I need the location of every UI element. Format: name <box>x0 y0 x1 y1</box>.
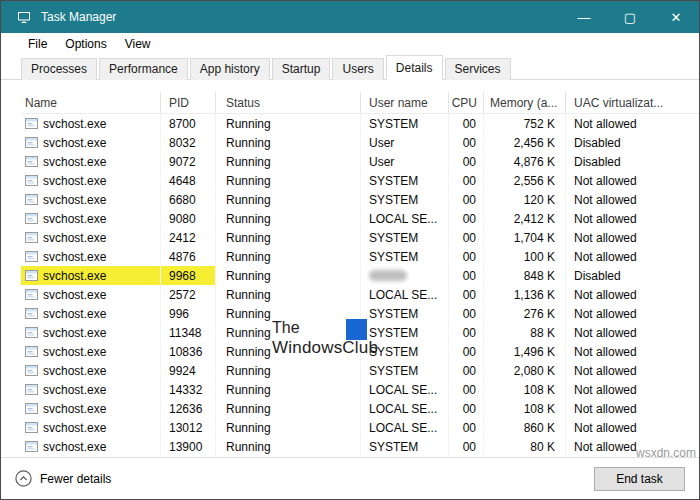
table-row[interactable]: svchost.exe9924RunningSYSTEM002,080 KNot… <box>21 361 699 380</box>
uac-cell: Not allowed <box>566 380 699 399</box>
memory-cell: 1,136 K <box>484 285 566 304</box>
cpu-cell: 00 <box>449 266 484 285</box>
maximize-icon[interactable]: ▢ <box>607 1 653 33</box>
tab-details[interactable]: Details <box>386 55 443 80</box>
table-row[interactable]: svchost.exe9080RunningLOCAL SE...002,412… <box>21 209 699 228</box>
user-name-cell: SYSTEM <box>361 171 449 190</box>
table-row[interactable]: svchost.exe14332RunningLOCAL SE...00108 … <box>21 380 699 399</box>
minimize-icon[interactable]: — <box>561 1 607 33</box>
task-manager-window: Task Manager — ▢ ✕ FileOptionsView Proce… <box>0 0 700 500</box>
corner-watermark-text: wsxdn.com <box>636 446 696 460</box>
pid-cell: 6680 <box>161 190 216 209</box>
cpu-cell: 00 <box>449 437 484 456</box>
uac-cell: Disabled <box>566 133 699 152</box>
column-header-user[interactable]: User name <box>361 92 449 113</box>
table-row[interactable]: svchost.exe13900RunningSYSTEM0080 KNot a… <box>21 437 699 456</box>
process-name-cell: svchost.exe <box>21 133 161 152</box>
table-row[interactable]: svchost.exe9968Running00848 KDisabled <box>21 266 699 285</box>
app-icon <box>25 422 38 433</box>
tab-performance[interactable]: Performance <box>99 58 188 80</box>
column-header-memory[interactable]: Memory (a... <box>484 92 566 113</box>
close-icon[interactable]: ✕ <box>653 1 699 33</box>
app-icon <box>25 213 38 224</box>
cpu-cell: 00 <box>449 342 484 361</box>
tab-services[interactable]: Services <box>445 58 511 80</box>
cpu-cell: 00 <box>449 304 484 323</box>
user-name-cell: SYSTEM <box>361 190 449 209</box>
status-cell: Running <box>216 285 361 304</box>
cpu-cell: 00 <box>449 114 484 133</box>
process-name-cell: svchost.exe <box>21 323 161 342</box>
cpu-cell: 00 <box>449 399 484 418</box>
table-row[interactable]: svchost.exe9072RunningUser004,876 KDisab… <box>21 152 699 171</box>
tab-processes[interactable]: Processes <box>21 58 97 80</box>
tab-app-history[interactable]: App history <box>190 58 270 80</box>
table-header: Name PID Status User name CPU Memory (a.… <box>21 92 699 114</box>
app-icon <box>25 403 38 414</box>
fewer-details-label: Fewer details <box>40 472 111 486</box>
table-row[interactable]: svchost.exe6680RunningSYSTEM00120 KNot a… <box>21 190 699 209</box>
table-row[interactable]: svchost.exe4648RunningSYSTEM002,556 KNot… <box>21 171 699 190</box>
window-title: Task Manager <box>41 10 561 24</box>
memory-cell: 100 K <box>484 247 566 266</box>
table-row[interactable]: svchost.exe11348RunningSYSTEM0088 KNot a… <box>21 323 699 342</box>
process-name: svchost.exe <box>43 440 106 454</box>
redacted-user-name <box>369 270 407 281</box>
cpu-cell: 00 <box>449 209 484 228</box>
status-cell: Running <box>216 114 361 133</box>
status-cell: Running <box>216 171 361 190</box>
process-name: svchost.exe <box>43 212 106 226</box>
column-header-cpu[interactable]: CPU <box>449 92 484 113</box>
process-name-cell: svchost.exe <box>21 418 161 437</box>
menu-options[interactable]: Options <box>56 35 115 53</box>
cpu-cell: 00 <box>449 171 484 190</box>
user-name-cell: LOCAL SE... <box>361 285 449 304</box>
user-name-cell: SYSTEM <box>361 342 449 361</box>
column-header-pid[interactable]: PID <box>161 92 216 113</box>
user-name-cell: SYSTEM <box>361 323 449 342</box>
table-row[interactable]: svchost.exe8700RunningSYSTEM00752 KNot a… <box>21 114 699 133</box>
memory-cell: 860 K <box>484 418 566 437</box>
tab-startup[interactable]: Startup <box>272 58 331 80</box>
process-name: svchost.exe <box>43 383 106 397</box>
table-row[interactable]: svchost.exe4876RunningSYSTEM00100 KNot a… <box>21 247 699 266</box>
menu-file[interactable]: File <box>19 35 56 53</box>
pid-cell: 2572 <box>161 285 216 304</box>
pid-cell: 9924 <box>161 361 216 380</box>
table-row[interactable]: svchost.exe10836RunningSYSTEM001,496 KNo… <box>21 342 699 361</box>
menu-view[interactable]: View <box>116 35 160 53</box>
memory-cell: 2,080 K <box>484 361 566 380</box>
column-header-name[interactable]: Name <box>21 92 161 113</box>
column-header-status[interactable]: Status <box>216 92 361 113</box>
cpu-cell: 00 <box>449 285 484 304</box>
pid-cell: 10836 <box>161 342 216 361</box>
process-name: svchost.exe <box>43 231 106 245</box>
memory-cell: 752 K <box>484 114 566 133</box>
column-header-uac[interactable]: UAC virtualizat... <box>566 92 699 113</box>
process-name-cell: svchost.exe <box>21 304 161 323</box>
user-name-cell: LOCAL SE... <box>361 209 449 228</box>
cpu-cell: 00 <box>449 190 484 209</box>
table-row[interactable]: svchost.exe8032RunningUser002,456 KDisab… <box>21 133 699 152</box>
table-row[interactable]: svchost.exe996RunningSYSTEM00276 KNot al… <box>21 304 699 323</box>
fewer-details-toggle[interactable]: Fewer details <box>15 470 111 487</box>
memory-cell: 80 K <box>484 437 566 456</box>
uac-cell: Not allowed <box>566 399 699 418</box>
end-task-button[interactable]: End task <box>594 467 685 491</box>
user-name-cell: SYSTEM <box>361 361 449 380</box>
status-cell: Running <box>216 342 361 361</box>
uac-cell: Not allowed <box>566 285 699 304</box>
table-body: svchost.exe8700RunningSYSTEM00752 KNot a… <box>21 114 699 456</box>
details-table: Name PID Status User name CPU Memory (a.… <box>1 80 699 456</box>
tab-users[interactable]: Users <box>332 58 383 80</box>
table-row[interactable]: svchost.exe2572RunningLOCAL SE...001,136… <box>21 285 699 304</box>
table-row[interactable]: svchost.exe2412RunningSYSTEM001,704 KNot… <box>21 228 699 247</box>
memory-cell: 88 K <box>484 323 566 342</box>
process-name: svchost.exe <box>43 174 106 188</box>
process-name: svchost.exe <box>43 250 106 264</box>
user-name-cell: SYSTEM <box>361 304 449 323</box>
pid-cell: 12636 <box>161 399 216 418</box>
table-row[interactable]: svchost.exe12636RunningLOCAL SE...00108 … <box>21 399 699 418</box>
uac-cell: Not allowed <box>566 247 699 266</box>
table-row[interactable]: svchost.exe13012RunningLOCAL SE...00860 … <box>21 418 699 437</box>
